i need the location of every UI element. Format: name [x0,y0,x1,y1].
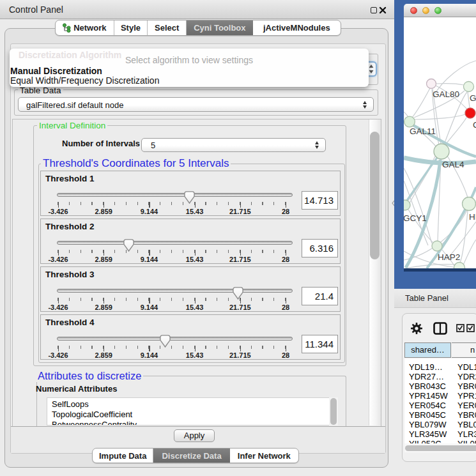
svg-text:GAL4: GAL4 [442,160,464,169]
svg-text:HIS: HIS [469,212,476,222]
svg-text:HAP2: HAP2 [438,252,460,262]
svg-text:C: C [473,120,476,130]
svg-text:GAL80: GAL80 [433,89,459,99]
svg-text:GAL: GAL [470,93,476,103]
svg-text:GAL11: GAL11 [410,127,436,136]
svg-text:GCY1: GCY1 [404,213,427,223]
